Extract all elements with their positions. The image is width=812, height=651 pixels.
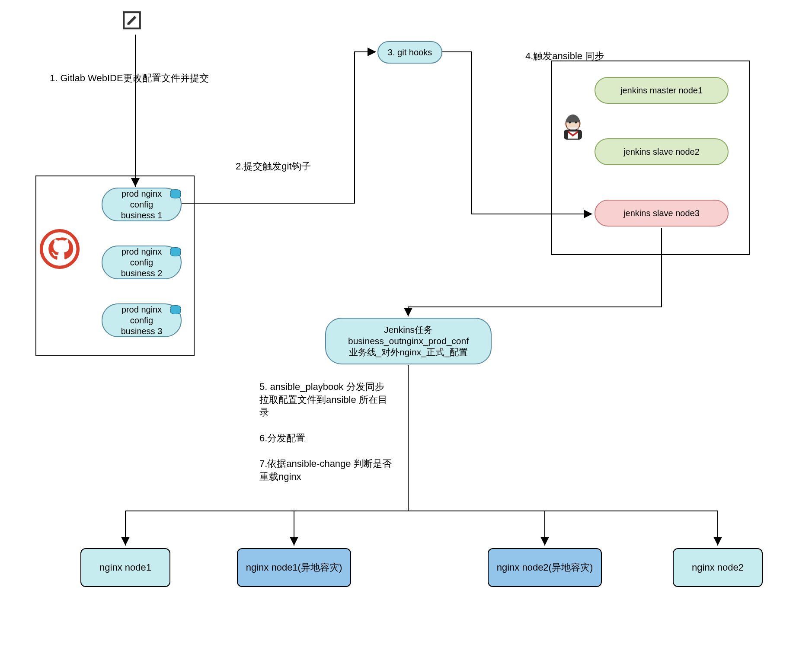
- node-nginx-2-dr: nginx node2(异地容灾): [488, 548, 602, 587]
- node-jenkins-task-label: Jenkins任务 business_outnginx_prod_conf 业务…: [348, 324, 469, 358]
- label-step1: 1. Gitlab WebIDE更改配置文件并提交: [50, 72, 209, 85]
- node-nginx-2: nginx node2: [673, 548, 763, 587]
- node-nginx-1-dr: nginx node1(异地容灾): [237, 548, 351, 587]
- node-jenkins-master: jenkins master node1: [595, 77, 729, 104]
- svg-point-13: [575, 121, 577, 124]
- node-prod-nginx-2: prod nginx config business 2: [102, 246, 182, 279]
- diagram-canvas: 1. Gitlab WebIDE更改配置文件并提交 2.提交触发git钩子 4.…: [0, 0, 812, 651]
- label-step2: 2.提交触发git钩子: [236, 160, 311, 173]
- node-git-hooks: 3. git hooks: [377, 41, 442, 64]
- node-jenkins-slave3-label: jenkins slave node3: [623, 208, 700, 219]
- edit-icon: [121, 10, 143, 31]
- node-nginx-1-dr-label: nginx node1(异地容灾): [246, 561, 342, 574]
- node-nginx-1: nginx node1: [80, 548, 170, 587]
- node-jenkins-slave3: jenkins slave node3: [595, 200, 729, 227]
- node-jenkins-master-label: jenkins master node1: [620, 85, 703, 96]
- jenkins-icon: [558, 112, 588, 143]
- node-jenkins-task: Jenkins任务 business_outnginx_prod_conf 业务…: [325, 318, 492, 364]
- node-prod-nginx-3-label: prod nginx config business 3: [121, 304, 163, 337]
- github-icon: [40, 229, 80, 269]
- node-nginx-2-dr-label: nginx node2(异地容灾): [497, 561, 593, 574]
- node-prod-nginx-1: prod nginx config business 1: [102, 188, 182, 221]
- database-icon: [170, 247, 180, 258]
- node-nginx-1-label: nginx node1: [99, 562, 151, 573]
- node-prod-nginx-3: prod nginx config business 3: [102, 303, 182, 337]
- node-nginx-2-label: nginx node2: [692, 562, 744, 573]
- svg-point-12: [569, 121, 571, 124]
- node-jenkins-slave2-label: jenkins slave node2: [623, 147, 700, 157]
- node-prod-nginx-2-label: prod nginx config business 2: [121, 246, 163, 279]
- node-git-hooks-label: 3. git hooks: [388, 47, 432, 58]
- label-steps-5-7: 5. ansible_playbook 分发同步 拉取配置文件到ansible …: [259, 380, 402, 483]
- database-icon: [170, 305, 180, 316]
- node-jenkins-slave2: jenkins slave node2: [595, 138, 729, 165]
- node-prod-nginx-1-label: prod nginx config business 1: [121, 188, 163, 221]
- database-icon: [170, 189, 180, 201]
